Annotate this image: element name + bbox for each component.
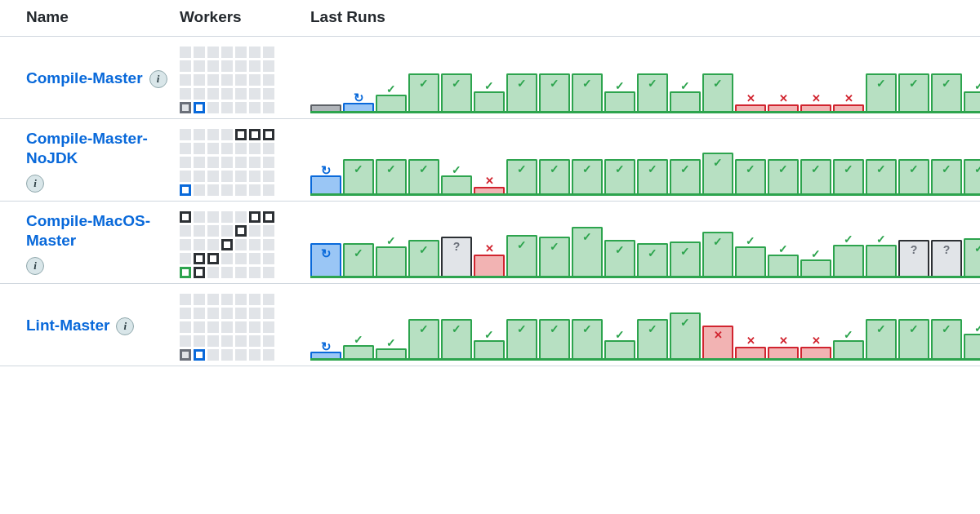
worker-cell[interactable] (207, 349, 219, 361)
worker-cell[interactable] (221, 225, 233, 237)
worker-cell[interactable] (180, 308, 191, 319)
worker-cell[interactable] (249, 129, 261, 140)
run-bar[interactable]: ✓ (866, 159, 897, 193)
run-bar[interactable]: ↻ (343, 103, 374, 111)
worker-cell[interactable] (235, 349, 247, 361)
run-bar[interactable]: ✓ (931, 159, 962, 193)
run-bar[interactable]: ✓ (343, 243, 374, 276)
builder-link[interactable]: Compile-MacOS-Master (26, 211, 180, 250)
run-bar[interactable]: ✓ (898, 319, 929, 358)
worker-cell[interactable] (194, 267, 205, 278)
worker-cell[interactable] (194, 294, 205, 305)
worker-cell[interactable] (194, 102, 205, 113)
worker-cell[interactable] (263, 321, 274, 333)
run-bar[interactable]: ✕ (735, 104, 766, 111)
worker-cell[interactable] (263, 349, 274, 361)
run-bar[interactable]: ✓ (964, 91, 980, 111)
worker-cell[interactable] (194, 157, 205, 168)
worker-cell[interactable] (263, 225, 274, 237)
run-bar[interactable]: ✓ (376, 95, 407, 111)
worker-cell[interactable] (263, 211, 274, 223)
worker-cell[interactable] (249, 157, 261, 168)
worker-cell[interactable] (249, 239, 261, 250)
run-bar[interactable]: ✕ (800, 347, 831, 358)
run-bar[interactable]: ✓ (964, 159, 980, 193)
worker-cell[interactable] (235, 211, 247, 223)
worker-cell[interactable] (249, 102, 261, 113)
worker-cell[interactable] (235, 308, 247, 319)
run-bar[interactable]: ✓ (637, 159, 668, 193)
run-bar[interactable]: ? (931, 240, 962, 276)
worker-cell[interactable] (263, 239, 274, 250)
worker-cell[interactable] (249, 321, 261, 333)
run-bar[interactable]: ✓ (670, 159, 701, 193)
worker-cell[interactable] (194, 239, 205, 250)
worker-cell[interactable] (180, 211, 191, 223)
run-bar[interactable]: ✓ (866, 319, 897, 358)
worker-cell[interactable] (263, 47, 274, 58)
worker-cell[interactable] (194, 60, 205, 72)
run-bar[interactable]: ? (898, 240, 929, 276)
worker-cell[interactable] (207, 239, 219, 250)
run-bar[interactable]: ✓ (931, 319, 962, 358)
worker-cell[interactable] (180, 253, 191, 264)
worker-cell[interactable] (263, 184, 274, 196)
run-bar[interactable]: ✓ (833, 159, 864, 193)
run-bar[interactable]: ✓ (637, 319, 668, 358)
worker-cell[interactable] (221, 171, 233, 182)
worker-cell[interactable] (235, 157, 247, 168)
worker-cell[interactable] (180, 47, 191, 58)
worker-cell[interactable] (263, 171, 274, 182)
run-bar[interactable]: ✕ (474, 187, 505, 193)
worker-cell[interactable] (180, 184, 191, 196)
run-bar[interactable]: ✓ (637, 73, 668, 111)
worker-cell[interactable] (180, 60, 191, 72)
worker-cell[interactable] (235, 225, 247, 237)
run-bar[interactable]: ✓ (408, 73, 439, 111)
worker-cell[interactable] (235, 143, 247, 154)
worker-cell[interactable] (180, 74, 191, 86)
worker-cell[interactable] (235, 253, 247, 264)
worker-cell[interactable] (194, 88, 205, 100)
worker-cell[interactable] (207, 308, 219, 319)
worker-cell[interactable] (221, 294, 233, 305)
builder-link[interactable]: Compile-Master-NoJDK (26, 129, 180, 168)
run-bar[interactable]: ✓ (539, 319, 570, 358)
run-bar[interactable]: ✓ (408, 319, 439, 358)
worker-cell[interactable] (180, 225, 191, 237)
run-bar[interactable]: ✓ (506, 319, 537, 358)
worker-cell[interactable] (221, 335, 233, 347)
worker-cell[interactable] (263, 129, 274, 140)
run-bar[interactable]: ✓ (702, 73, 733, 111)
worker-cell[interactable] (194, 74, 205, 86)
worker-cell[interactable] (249, 184, 261, 196)
worker-cell[interactable] (235, 60, 247, 72)
run-bar[interactable]: ✓ (572, 73, 603, 111)
run-bar[interactable]: ✓ (506, 159, 537, 193)
worker-cell[interactable] (221, 239, 233, 250)
run-bar[interactable]: ✓ (376, 159, 407, 193)
worker-cell[interactable] (249, 253, 261, 264)
worker-cell[interactable] (221, 143, 233, 154)
worker-cell[interactable] (207, 225, 219, 237)
worker-cell[interactable] (207, 253, 219, 264)
worker-cell[interactable] (207, 335, 219, 347)
run-bar[interactable]: ↻ (310, 352, 341, 358)
worker-cell[interactable] (180, 321, 191, 333)
run-bar[interactable]: ✓ (735, 246, 766, 276)
run-bar[interactable]: ✓ (768, 255, 799, 276)
info-icon[interactable]: i (149, 70, 167, 88)
worker-cell[interactable] (221, 88, 233, 100)
worker-cell[interactable] (221, 349, 233, 361)
worker-cell[interactable] (194, 225, 205, 237)
run-bar[interactable]: ✓ (637, 243, 668, 276)
run-bar[interactable]: ✓ (800, 259, 831, 276)
run-bar[interactable]: ✓ (343, 345, 374, 358)
run-bar[interactable]: ✓ (441, 175, 472, 193)
run-bar[interactable]: ✕ (702, 326, 733, 358)
run-bar[interactable]: ✓ (866, 73, 897, 111)
worker-cell[interactable] (180, 349, 191, 361)
worker-cell[interactable] (221, 129, 233, 140)
run-bar[interactable]: ✓ (931, 73, 962, 111)
worker-cell[interactable] (194, 143, 205, 154)
